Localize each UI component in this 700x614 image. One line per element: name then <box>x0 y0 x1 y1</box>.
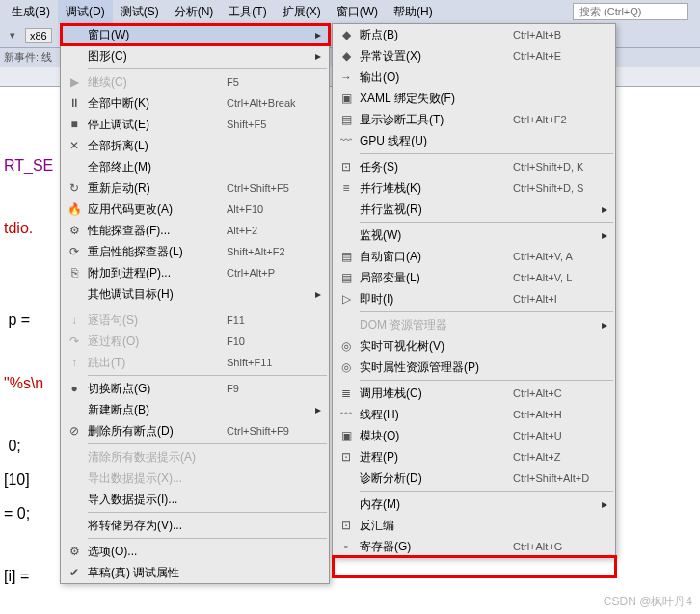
menu-item-icon: ⟳ <box>65 245 84 258</box>
menu-item: ↷逐过程(O)F10 <box>61 331 329 352</box>
menu-item[interactable]: ✔草稿(真) 调试属性 <box>61 562 329 583</box>
menu-item[interactable]: ⊡进程(P)Ctrl+Alt+Z <box>333 446 615 467</box>
menu-item[interactable]: →输出(O) <box>333 67 615 88</box>
menu-item[interactable]: 导入数据提示(I)... <box>61 489 329 510</box>
window-submenu: ◆断点(B)Ctrl+Alt+B◆异常设置(X)Ctrl+Alt+E→输出(O)… <box>332 23 616 558</box>
menu-item[interactable]: ⏸全部中断(K)Ctrl+Alt+Break <box>61 93 329 114</box>
menu-item-label: 继续(C) <box>84 74 227 91</box>
menu-item[interactable]: ◆异常设置(X)Ctrl+Alt+E <box>333 45 615 67</box>
menu-item-label: 输出(O) <box>356 69 513 86</box>
menu-extensions[interactable]: 扩展(X) <box>275 0 329 24</box>
menu-item-label: 全部终止(M) <box>84 159 227 175</box>
menu-item[interactable]: ▣XAML 绑定失败(F) <box>333 88 615 109</box>
menu-item-label: 内存(M) <box>356 496 513 513</box>
menu-item-icon: ◎ <box>337 339 356 353</box>
menu-window[interactable]: 窗口(W) <box>329 0 386 24</box>
menu-item[interactable]: 全部终止(M) <box>61 156 329 177</box>
menu-item[interactable]: 🔥应用代码更改(A)Alt+F10 <box>61 199 329 220</box>
debug-submenu: 窗口(W)▸图形(C)▸▶继续(C)F5⏸全部中断(K)Ctrl+Alt+Bre… <box>60 23 330 584</box>
menu-item-icon: ⊡ <box>337 450 356 464</box>
menu-item[interactable]: ⚙选项(O)... <box>61 541 329 562</box>
menu-item[interactable]: 诊断分析(D)Ctrl+Shift+Alt+D <box>333 467 615 489</box>
menu-item[interactable]: 〰线程(H)Ctrl+Alt+H <box>333 404 615 425</box>
menu-item-label: 应用代码更改(A) <box>84 201 227 218</box>
menu-item[interactable]: 窗口(W)▸ <box>61 24 329 45</box>
submenu-arrow-icon: ▸ <box>600 202 609 216</box>
menu-item-label: 寄存器(G) <box>356 539 513 555</box>
menu-item-label: 断点(B) <box>356 27 513 43</box>
menu-item[interactable]: ▤局部变量(L)Ctrl+Alt+V, L <box>333 267 615 288</box>
menu-analyze[interactable]: 分析(N) <box>167 0 222 24</box>
menu-item-label: 即时(I) <box>356 291 513 307</box>
menu-item[interactable]: ◎实时属性资源管理器(P) <box>333 357 615 378</box>
menu-item[interactable]: ⊡任务(S)Ctrl+Shift+D, K <box>333 156 615 177</box>
menu-item-label: GPU 线程(U) <box>356 133 513 149</box>
menu-item[interactable]: ◎实时可视化树(V) <box>333 335 615 357</box>
menu-tools[interactable]: 工具(T) <box>221 0 274 24</box>
menu-item-icon: ⊡ <box>337 519 356 532</box>
menu-item-icon: ◆ <box>337 28 356 41</box>
menu-help[interactable]: 帮助(H) <box>386 0 441 24</box>
menu-item-label: 全部中断(K) <box>84 95 227 112</box>
menu-item[interactable]: 其他调试目标(H)▸ <box>61 283 329 305</box>
menu-item[interactable]: ▤自动窗口(A)Ctrl+Alt+V, A <box>333 246 615 267</box>
menu-test[interactable]: 测试(S) <box>113 0 167 24</box>
toolbar-dropdown-arrow-icon[interactable]: ▾ <box>4 27 21 43</box>
search-input[interactable] <box>573 3 688 20</box>
menu-debug[interactable]: 调试(D) <box>58 0 113 24</box>
menu-item[interactable]: ⎘附加到进程(P)...Ctrl+Alt+P <box>61 262 329 283</box>
menu-item[interactable]: 〰GPU 线程(U) <box>333 130 615 151</box>
menu-item-icon: ▣ <box>337 429 356 442</box>
menu-item-icon: ⚙ <box>65 545 84 558</box>
menu-item-icon: ⎘ <box>65 266 84 280</box>
menu-item[interactable]: 并行监视(R)▸ <box>333 199 615 220</box>
menu-item[interactable]: ●切换断点(G)F9 <box>61 378 329 399</box>
menu-item[interactable]: 将转储另存为(V)... <box>61 515 329 536</box>
menu-item[interactable]: ▫寄存器(G)Ctrl+Alt+G <box>333 536 615 557</box>
menu-item-label: 删除所有断点(D) <box>84 423 227 440</box>
menu-item-icon: ⊡ <box>337 160 356 174</box>
code-editor[interactable]: RT_SE tdio. p = "%s\n 0; [10] = 0; [i] = <box>0 87 63 614</box>
menu-item[interactable]: ■停止调试(E)Shift+F5 <box>61 114 329 135</box>
menu-item-shortcut: Ctrl+Alt+Break <box>227 97 313 109</box>
menu-item[interactable]: ▣模块(O)Ctrl+Alt+U <box>333 425 615 446</box>
menu-item: 清除所有数据提示(A) <box>61 446 329 467</box>
platform-dropdown[interactable]: x86 <box>25 28 52 43</box>
menu-item-shortcut: Ctrl+Alt+E <box>513 50 600 62</box>
menu-item[interactable]: ⟳重启性能探查器(L)Shift+Alt+F2 <box>61 241 329 262</box>
menu-item[interactable]: ⊘删除所有断点(D)Ctrl+Shift+F9 <box>61 420 329 441</box>
menu-item-label: 导出数据提示(X)... <box>84 470 227 487</box>
submenu-arrow-icon: ▸ <box>600 497 609 511</box>
menu-item-label: 停止调试(E) <box>84 117 227 133</box>
menu-separator <box>88 375 327 376</box>
menu-item[interactable]: ≣调用堆栈(C)Ctrl+Alt+C <box>333 383 615 404</box>
menu-item[interactable]: 监视(W)▸ <box>333 225 615 246</box>
menu-item-shortcut: Alt+F10 <box>227 203 313 215</box>
menu-item[interactable]: ↻重新启动(R)Ctrl+Shift+F5 <box>61 177 329 199</box>
menu-item-label: 重新启动(R) <box>84 180 227 197</box>
menu-item[interactable]: ▤显示诊断工具(T)Ctrl+Alt+F2 <box>333 109 615 130</box>
menu-item[interactable]: ⊡反汇编 <box>333 515 615 536</box>
menu-item[interactable]: 新建断点(B)▸ <box>61 399 329 420</box>
code-line: [i] = <box>4 559 59 593</box>
menu-item-shortcut: Ctrl+Alt+V, L <box>513 272 600 283</box>
submenu-arrow-icon: ▸ <box>313 403 323 416</box>
menu-build[interactable]: 生成(B) <box>4 0 58 24</box>
event-label: 新事件: 线 <box>4 50 52 65</box>
code-line: RT_SE <box>4 148 59 182</box>
menu-item[interactable]: ✕全部拆离(L) <box>61 135 329 156</box>
menu-item-label: 导入数据提示(I)... <box>84 492 227 508</box>
menu-item[interactable]: ⚙性能探查器(F)...Alt+F2 <box>61 220 329 241</box>
menu-item[interactable]: 内存(M)▸ <box>333 494 615 515</box>
menu-item-shortcut: Ctrl+Alt+C <box>513 387 600 399</box>
menu-item[interactable]: ◆断点(B)Ctrl+Alt+B <box>333 24 615 45</box>
code-line: tdio. <box>4 211 59 245</box>
menu-item-label: 性能探查器(F)... <box>84 223 227 239</box>
menu-item[interactable]: ▷即时(I)Ctrl+Alt+I <box>333 288 615 309</box>
submenu-arrow-icon: ▸ <box>313 49 323 63</box>
menu-item-label: DOM 资源管理器 <box>356 317 513 334</box>
menu-item[interactable]: ≡并行堆栈(K)Ctrl+Shift+D, S <box>333 177 615 199</box>
menu-item[interactable]: 图形(C)▸ <box>61 45 329 67</box>
menu-item-icon: ■ <box>65 118 84 131</box>
menu-item-icon: ≣ <box>337 387 356 400</box>
